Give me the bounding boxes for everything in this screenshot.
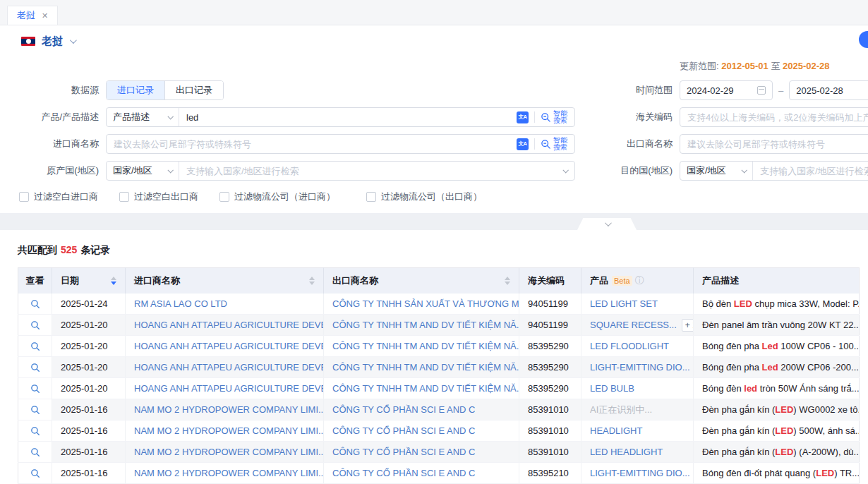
cell-date: 2025-01-24 xyxy=(52,294,126,315)
search-icon xyxy=(541,139,551,150)
country-name[interactable]: 老挝 xyxy=(42,35,63,48)
table-row: 2025-01-20HOANG ANH ATTAPEU AGRICULTURE … xyxy=(18,315,860,336)
cell-product: AI正在识别中... xyxy=(581,399,694,421)
product-link[interactable]: LIGHT-EMITTING DIO... xyxy=(590,468,690,478)
dest-country-input[interactable] xyxy=(753,162,868,180)
cell-hs-code: 85395290 xyxy=(519,378,581,399)
translate-icon[interactable]: 文A xyxy=(517,111,529,123)
tab-laos[interactable]: 老挝 ✕ xyxy=(7,6,58,25)
importer-link[interactable]: HOANG ANH ATTAPEU AGRICULTURE DEVE... xyxy=(126,336,324,357)
collapse-filters-button[interactable] xyxy=(577,218,637,230)
importer-link[interactable]: NAM MO 2 HYDROPOWER COMPANY LIMI... xyxy=(126,399,324,421)
translate-icon[interactable]: 文A xyxy=(517,138,529,150)
checkbox-filter-logistics-importer[interactable]: 过滤物流公司（进口商） xyxy=(219,190,335,203)
product-row: 产品/产品描述 产品描述 文A 智能搜索 海关编码 xyxy=(0,107,868,127)
importer-link[interactable]: NAM MO 2 HYDROPOWER COMPANY LIMI... xyxy=(126,463,324,484)
sort-exporter[interactable] xyxy=(505,277,510,285)
view-cell xyxy=(18,336,52,357)
view-details-icon[interactable] xyxy=(30,320,40,330)
checkbox-filter-logistics-exporter[interactable]: 过滤物流公司（出口商） xyxy=(366,190,482,203)
date-end-value: 2025-02-28 xyxy=(796,85,843,96)
origin-country-select[interactable]: 国家/地区 xyxy=(107,162,179,180)
exporter-link[interactable]: CÔNG TY CỔ PHẦN SCI E AND C xyxy=(324,463,519,484)
view-cell xyxy=(18,294,52,315)
view-cell xyxy=(18,421,52,442)
cell-hs-code: 85391010 xyxy=(519,421,581,442)
exporter-link[interactable]: CÔNG TY TNHH SẢN XUẤT VÀ THƯƠNG M... xyxy=(324,294,519,315)
product-link[interactable]: SQUARE RECESS... xyxy=(590,320,677,330)
smart-search-button[interactable]: 智能搜索 xyxy=(541,137,569,151)
table-row: 2025-01-16NAM MO 2 HYDROPOWER COMPANY LI… xyxy=(18,463,860,484)
view-details-icon[interactable] xyxy=(30,468,40,478)
exporter-link[interactable]: CÔNG TY TNHH TM AND DV TIẾT KIỆM NĂ... xyxy=(324,378,519,399)
view-details-icon[interactable] xyxy=(30,299,40,309)
cell-date: 2025-01-16 xyxy=(52,442,126,463)
product-link[interactable]: LED FLOODLIGHT xyxy=(590,341,669,351)
importer-link[interactable]: NAM MO 2 HYDROPOWER COMPANY LIMI... xyxy=(126,421,324,442)
dest-country-select[interactable]: 国家/地区 xyxy=(680,162,753,180)
cell-product-desc: Bóng đèn pha Led 200W CP06 -200... xyxy=(694,357,860,378)
view-details-icon[interactable] xyxy=(30,426,40,436)
product-link[interactable]: LED BULB xyxy=(590,383,634,394)
table-row: 2025-01-24RM ASIA LAO CO LTDCÔNG TY TNHH… xyxy=(18,294,860,315)
checkbox-filter-blank-exporter[interactable]: 过滤空白出口商 xyxy=(119,190,198,203)
view-details-icon[interactable] xyxy=(30,341,40,351)
exporter-link[interactable]: CÔNG TY TNHH TM AND DV TIẾT KIỆM NĂ... xyxy=(324,315,519,336)
tab-close-icon[interactable]: ✕ xyxy=(42,12,48,20)
checkbox-filter-blank-importer[interactable]: 过滤空白进口商 xyxy=(19,190,98,203)
origin-country-input[interactable] xyxy=(179,162,560,180)
importer-link[interactable]: HOANG ANH ATTAPEU AGRICULTURE DEVE... xyxy=(126,378,324,399)
import-records-tab[interactable]: 进口记录 xyxy=(107,81,164,99)
chevron-down-icon xyxy=(604,219,611,226)
exporter-link[interactable]: CÔNG TY CỔ PHẦN SCI E AND C xyxy=(324,399,519,421)
product-type-select[interactable]: 产品描述 xyxy=(107,108,179,126)
date-end-input[interactable]: 2025-02-28 xyxy=(789,80,868,100)
view-details-icon[interactable] xyxy=(30,447,40,457)
view-details-icon[interactable] xyxy=(30,405,40,415)
importer-link[interactable]: RM ASIA LAO CO LTD xyxy=(126,294,324,315)
exporter-link[interactable]: CÔNG TY TNHH TM AND DV TIẾT KIỆM NĂ... xyxy=(324,357,519,378)
cell-hs-code: 85395290 xyxy=(519,336,581,357)
exporter-link[interactable]: CÔNG TY CỔ PHẦN SCI E AND C xyxy=(324,421,519,442)
table-row: 2025-01-20HOANG ANH ATTAPEU AGRICULTURE … xyxy=(18,378,860,399)
view-details-icon[interactable] xyxy=(30,363,40,373)
exporter-name-input[interactable] xyxy=(680,134,868,154)
floating-action-button[interactable] xyxy=(859,31,868,48)
update-range-to: 2025-02-28 xyxy=(783,61,830,71)
info-icon[interactable]: ⓘ xyxy=(635,275,644,286)
col-exporter: 出口商名称 xyxy=(324,268,519,294)
results-panel: 共匹配到525条记录 查看 日期 进口商名称 出口商名称 海关编码 xyxy=(0,230,868,484)
results-table: 查看 日期 进口商名称 出口商名称 海关编码 产品Betaⓘ 产品 xyxy=(18,267,860,484)
importer-search-input[interactable] xyxy=(107,135,517,153)
view-details-icon[interactable] xyxy=(30,384,40,394)
importer-link[interactable]: HOANG ANH ATTAPEU AGRICULTURE DEVE... xyxy=(126,357,324,378)
laos-flag-icon xyxy=(21,37,35,46)
importer-link[interactable]: NAM MO 2 HYDROPOWER COMPANY LIMI... xyxy=(126,442,324,463)
date-start-input[interactable]: 2024-02-29 xyxy=(680,80,773,100)
table-row: 2025-01-20HOANG ANH ATTAPEU AGRICULTURE … xyxy=(18,336,860,357)
importer-link[interactable]: HOANG ANH ATTAPEU AGRICULTURE DEVE... xyxy=(126,315,324,336)
view-cell xyxy=(18,399,52,421)
smart-search-button[interactable]: 智能搜索 xyxy=(541,110,569,124)
col-product-desc: 产品描述 xyxy=(694,268,860,294)
sort-importer[interactable] xyxy=(309,277,315,285)
cell-hs-code: 85391010 xyxy=(519,399,581,421)
exporter-link[interactable]: CÔNG TY TNHH TM AND DV TIẾT KIỆM NĂ... xyxy=(324,336,519,357)
cell-hs-code: 94051199 xyxy=(519,315,581,336)
product-link[interactable]: HEADLIGHT xyxy=(590,425,642,436)
export-records-tab[interactable]: 出口记录 xyxy=(164,81,223,99)
chevron-down-icon xyxy=(167,114,173,119)
hs-code-input[interactable] xyxy=(680,107,868,127)
product-link[interactable]: LED LIGHT SET xyxy=(590,298,658,309)
cell-product-desc: Bóng đèn led tròn 50W Ánh sáng trắ... xyxy=(694,378,860,399)
more-products-badge[interactable]: + 1 xyxy=(682,319,694,332)
keyword-highlight: LED xyxy=(775,447,793,457)
chevron-down-icon[interactable] xyxy=(70,37,77,44)
exporter-link[interactable]: CÔNG TY CỔ PHẦN SCI E AND C xyxy=(324,442,519,463)
results-table-body: 2025-01-24RM ASIA LAO CO LTDCÔNG TY TNHH… xyxy=(18,294,860,484)
product-search-input[interactable] xyxy=(179,108,517,126)
cell-product-desc: Đèn pha gắn kín (LED) WG0002 xe tô... xyxy=(694,399,860,421)
product-link[interactable]: LED HEADLIGHT xyxy=(590,447,663,457)
sort-date[interactable] xyxy=(111,277,116,285)
product-link[interactable]: LIGHT-EMITTING DIO... xyxy=(590,362,690,373)
